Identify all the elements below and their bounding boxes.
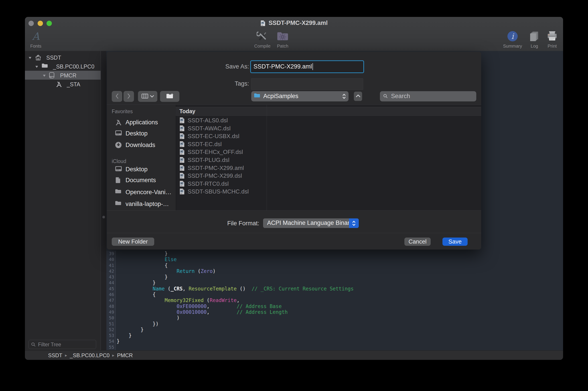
line-number: 49 [106, 309, 116, 315]
file-name: SSDT-RTC0.dsl [188, 180, 229, 187]
tree-item-label: _SB.PC00.LPC0 [53, 63, 94, 70]
tree-item-label: PMCR [60, 72, 77, 79]
desktop-icon [115, 166, 122, 172]
toolbar-patch-button[interactable]: Patch [269, 30, 296, 49]
tags-label: Tags: [196, 80, 249, 87]
file-group-header: Today [176, 107, 481, 116]
line-number: 51 [106, 321, 116, 327]
code-text: Else [116, 256, 177, 262]
code-text: 0xFE000000, // Address Base [116, 303, 282, 309]
sidebar-item-label: Applications [125, 119, 158, 126]
tree-item-pmcr[interactable]: PMCR [25, 71, 101, 80]
new-folder-button[interactable]: New Folder [112, 238, 154, 246]
file-row[interactable]: SSDT-AWAC.dsl [176, 124, 267, 132]
file-icon [179, 157, 185, 164]
sidebar-splitter[interactable] [101, 51, 107, 350]
code-text: } [116, 332, 131, 338]
sidebar-item-label: Desktop [125, 130, 147, 137]
toolbar-print-label: Print [539, 44, 563, 49]
documents-icon [115, 177, 121, 184]
triangle-down-icon[interactable] [28, 56, 32, 60]
file-row[interactable]: SSDT-PMC-X299.aml [176, 164, 267, 172]
code-text [116, 344, 117, 350]
file-format-label: File Format: [196, 220, 259, 227]
filter-tree-placeholder: Filter Tree [38, 342, 61, 348]
tree-item-_sta[interactable]: _STA [25, 80, 101, 89]
file-row[interactable]: SSDT-SBUS-MCHC.dsl [176, 188, 267, 196]
sidebar-item-desktop[interactable]: Desktop [107, 164, 176, 175]
code-text: } [116, 251, 168, 256]
acpi-tree-sidebar: SSDT_SB.PC00.LPC0PMCR_STA Filter Tree [25, 51, 101, 350]
code-line: 55 [106, 344, 563, 350]
up-down-chevron-icon [349, 218, 359, 228]
cancel-button[interactable]: Cancel [404, 238, 431, 246]
folder-icon [115, 201, 121, 206]
back-button[interactable] [112, 91, 122, 102]
file-row[interactable]: SSDT-EHCx_OFF.dsl [176, 148, 267, 156]
code-text: } [116, 338, 119, 344]
new-folder-toolbar-button[interactable] [160, 91, 179, 102]
save-as-input[interactable]: SSDT-PMC-X299.aml [251, 61, 363, 72]
file-row[interactable]: SSDT-PMC-X299.dsl [176, 172, 267, 180]
file-format-popup[interactable]: ACPI Machine Language Binary [263, 218, 359, 228]
appstore-icon [115, 119, 122, 127]
triangle-down-icon[interactable] [35, 65, 38, 69]
sidebar-item-documents[interactable]: Documents [107, 175, 176, 186]
columns-icon [141, 94, 148, 99]
triangle-down-icon[interactable] [43, 74, 46, 78]
collapse-button[interactable] [354, 92, 362, 101]
code-text: ) [116, 315, 180, 321]
file-row[interactable]: SSDT-ALS0.dsl [176, 116, 267, 124]
sidebar-item-desktop[interactable]: Desktop [107, 128, 176, 139]
file-row[interactable]: SSDT-RTC0.dsl [176, 180, 267, 188]
breadcrumb-item[interactable]: SSDT [48, 352, 62, 358]
tree-item-ssdt[interactable]: SSDT [25, 53, 101, 62]
sidebar-item-opencore-vani-[interactable]: Opencore-Vani… [107, 187, 176, 197]
chevron-down-icon [150, 95, 154, 98]
sidebar-section-title: iCloud [112, 158, 126, 164]
filter-tree-input[interactable]: Filter Tree [28, 340, 96, 349]
desktop-icon [115, 130, 122, 137]
toolbar-fonts-label: Fonts [25, 44, 49, 49]
toolbar-fonts-button[interactable]: A Fonts [25, 30, 49, 49]
save-button[interactable]: Save [443, 238, 468, 246]
file-list: SSDT-ALS0.dslSSDT-AWAC.dslSSDT-EC-USBX.d… [176, 116, 267, 196]
file-row[interactable]: SSDT-EC-USBX.dsl [176, 132, 267, 140]
splitter-handle-icon [102, 216, 105, 218]
file-icon [179, 188, 185, 196]
code-text: { [116, 292, 156, 297]
forward-button[interactable] [123, 91, 134, 102]
toolbar-print-button[interactable]: Print [539, 30, 563, 49]
file-name: SSDT-AWAC.dsl [188, 125, 231, 132]
line-number: 54 [106, 338, 116, 344]
breadcrumb-item[interactable]: _SB.PC00.LPC0 [70, 352, 110, 358]
file-group-label: Today [179, 108, 195, 114]
line-number: 40 [106, 256, 116, 262]
titlebar: SSDT-PMC-X299.aml A Fonts Compile Patch … [25, 17, 563, 51]
tree-item-label: _STA [67, 81, 80, 88]
breadcrumb-item[interactable]: PMCR [117, 352, 133, 358]
code-text: }) [116, 321, 159, 327]
code-line: 43 } [106, 274, 563, 280]
code-line: 53 } [106, 332, 563, 338]
search-input[interactable]: Search [380, 91, 476, 101]
file-icon [179, 149, 185, 156]
folder-icon [115, 189, 121, 195]
location-popup[interactable]: AcpiSamples [251, 91, 349, 101]
file-icon [179, 117, 185, 124]
home-icon [35, 54, 41, 62]
sidebar-item-downloads[interactable]: Downloads [107, 140, 176, 150]
sidebar-item-applications[interactable]: Applications [107, 117, 176, 128]
search-icon [383, 94, 388, 99]
file-row[interactable]: SSDT-EC.dsl [176, 140, 267, 148]
sidebar-section-title: Favorites [112, 108, 133, 114]
file-row[interactable]: SSDT-PLUG.dsl [176, 156, 267, 164]
code-lines: 39 }40 Else41 {42 Return (Zero)43 }44 }4… [106, 251, 563, 350]
file-name: SSDT-EHCx_OFF.dsl [188, 149, 243, 155]
tags-input[interactable] [251, 78, 363, 90]
view-mode-button[interactable] [138, 91, 157, 102]
sidebar-item-vanilla-laptop-[interactable]: vanilla-laptop-… [107, 198, 176, 209]
code-line: 48 0xFE000000, // Address Base [106, 303, 563, 309]
tree-item-_sb.pc00.lpc0[interactable]: _SB.PC00.LPC0 [25, 62, 101, 71]
code-line: 54} [106, 338, 563, 344]
